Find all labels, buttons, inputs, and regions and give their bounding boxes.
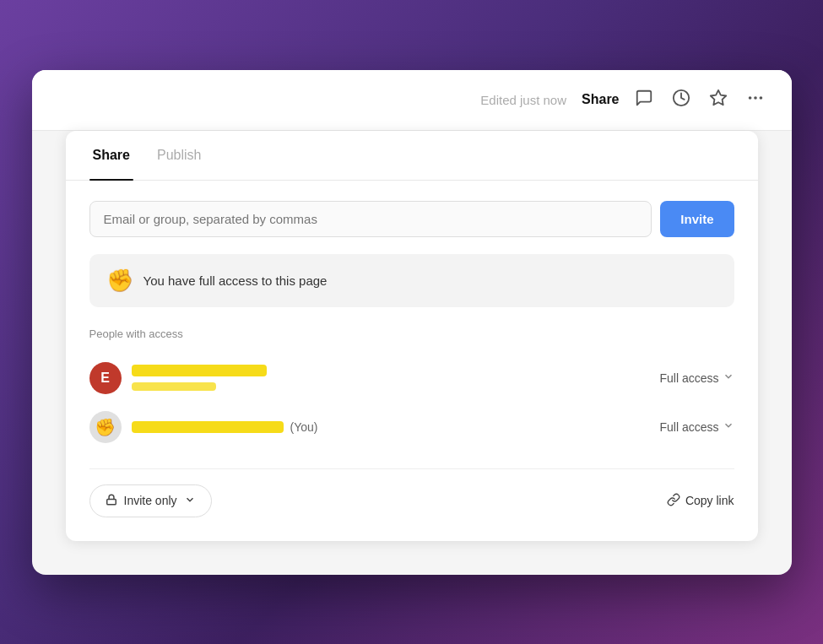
svg-rect-5 xyxy=(106,499,116,504)
person-info-2: (You) xyxy=(132,420,318,434)
copy-link-label: Copy link xyxy=(685,494,734,507)
more-button[interactable] xyxy=(743,85,768,115)
access-banner-icon: ✊ xyxy=(106,268,133,294)
more-icon xyxy=(746,89,765,111)
section-label: People with access xyxy=(89,327,734,340)
link-icon xyxy=(667,493,680,509)
person-left-2: ✊ (You) xyxy=(89,411,318,443)
chevron-down-icon xyxy=(723,419,734,434)
tab-bar: Share Publish xyxy=(66,131,758,181)
edited-status: Edited just now xyxy=(480,93,566,107)
history-icon xyxy=(672,89,690,111)
invite-row: Invite xyxy=(89,201,734,237)
tab-publish[interactable]: Publish xyxy=(154,131,204,180)
chevron-down-icon xyxy=(723,371,734,385)
lock-icon xyxy=(106,494,117,508)
person-left-1: E xyxy=(89,362,267,394)
you-tag: (You) xyxy=(290,420,318,434)
access-banner-text: You have full access to this page xyxy=(143,273,328,288)
invite-only-label: Invite only xyxy=(124,494,177,507)
access-banner: ✊ You have full access to this page xyxy=(89,254,734,307)
divider xyxy=(89,468,734,469)
avatar: ✊ xyxy=(89,411,122,443)
tab-share[interactable]: Share xyxy=(89,131,133,180)
svg-marker-1 xyxy=(710,89,725,104)
history-button[interactable] xyxy=(669,85,694,115)
bottom-row: Invite only Copy link xyxy=(89,484,734,517)
copy-link-button[interactable]: Copy link xyxy=(667,493,734,509)
avatar: E xyxy=(89,362,122,394)
share-modal: Share Publish Invite ✊ You have full acc… xyxy=(66,131,758,541)
access-dropdown-1[interactable]: Full access xyxy=(659,371,734,385)
table-row: ✊ (You) Full access xyxy=(89,403,734,452)
access-label-2: Full access xyxy=(659,420,718,434)
person-name-redacted xyxy=(132,365,267,376)
access-dropdown-2[interactable]: Full access xyxy=(659,419,734,434)
invite-button[interactable]: Invite xyxy=(660,201,734,237)
comment-button[interactable] xyxy=(631,85,657,115)
invite-only-button[interactable]: Invite only xyxy=(89,484,212,517)
top-bar: Edited just now Share xyxy=(32,70,792,131)
person-name-redacted-2 xyxy=(132,421,284,433)
star-button[interactable] xyxy=(706,85,731,115)
share-label: Share xyxy=(582,92,619,107)
star-icon xyxy=(709,89,728,111)
svg-point-3 xyxy=(754,96,757,100)
people-list: E Full access xyxy=(89,354,734,452)
modal-body: Invite ✊ You have full access to this pa… xyxy=(66,181,758,541)
person-email-redacted xyxy=(132,382,216,391)
access-label-1: Full access xyxy=(659,371,718,385)
invite-input[interactable] xyxy=(89,201,652,237)
svg-point-2 xyxy=(748,96,751,100)
table-row: E Full access xyxy=(89,354,734,403)
chevron-down-icon xyxy=(184,494,196,508)
comment-icon xyxy=(635,89,653,111)
person-info-1 xyxy=(132,365,267,391)
svg-point-4 xyxy=(759,96,762,100)
main-card: Edited just now Share xyxy=(32,70,792,575)
